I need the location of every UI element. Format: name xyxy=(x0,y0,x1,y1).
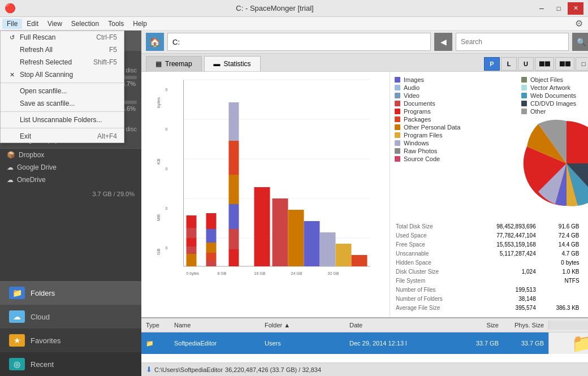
svg-rect-27 xyxy=(229,175,239,204)
view-btn-grid2[interactable]: ▦▦ xyxy=(555,57,574,71)
dropdown-full-rescan[interactable]: ↺Full Rescan Ctrl-F5 xyxy=(1,31,124,44)
col-date[interactable]: Date xyxy=(345,321,458,330)
menu-help[interactable]: Help xyxy=(128,19,152,29)
menu-edit[interactable]: Edit xyxy=(22,19,43,29)
svg-rect-33 xyxy=(304,221,320,266)
legend-pie-container: Images Audio Video Documents Programs Pa… xyxy=(395,76,588,218)
col-name[interactable]: Name xyxy=(170,321,260,330)
dropbox-icon: 📦 xyxy=(7,151,15,159)
content-area: bytes KB MB GB xyxy=(141,72,588,376)
rescan-icon: ↺ xyxy=(7,34,16,41)
svg-rect-18 xyxy=(187,215,197,228)
file-preview: 📁 xyxy=(548,332,588,354)
dropdown-refresh-selected[interactable]: Refresh Selected Shift-F5 xyxy=(1,56,124,68)
view-btn-u[interactable]: U xyxy=(518,57,534,71)
nav-favorites[interactable]: ★ Favorites xyxy=(0,329,141,352)
view-btn-grid1[interactable]: ▦▦ xyxy=(535,57,554,71)
svg-text:0 bytes: 0 bytes xyxy=(187,271,200,276)
svg-rect-15 xyxy=(187,247,197,254)
drive-dropbox[interactable]: 📦 Dropbox xyxy=(0,149,141,161)
svg-text:0: 0 xyxy=(166,167,168,171)
menu-selection[interactable]: Selection xyxy=(67,19,103,29)
col-folder[interactable]: Folder ▲ xyxy=(260,321,345,330)
menu-view[interactable]: View xyxy=(43,19,67,29)
svg-text:24 GB: 24 GB xyxy=(291,271,302,275)
tab-bar: ▦ Treemap ▬ Statistics P L U ▦▦ ▦▦ □ ▦▦ xyxy=(141,54,588,72)
dropdown-stop-all[interactable]: ✕Stop All Scanning xyxy=(1,68,124,81)
legend-cddvd: CD/DVD Images xyxy=(521,100,588,107)
status-arrow-icon: ⬇ xyxy=(146,365,152,374)
svg-text:16 GB: 16 GB xyxy=(254,271,266,275)
view-buttons: P L U ▦▦ ▦▦ □ ▦▦ xyxy=(484,57,588,71)
col-phys-size[interactable]: Phys. Size xyxy=(503,321,548,330)
cloud-icon: ☁ xyxy=(9,310,25,323)
restore-button[interactable]: □ xyxy=(551,2,567,15)
file-dropdown-menu: ↺Full Rescan Ctrl-F5 Refresh All F5 Refr… xyxy=(0,31,124,143)
file-row-container: 📁 SoftpediaEditor Users Dec 29, 2014 12:… xyxy=(141,332,588,354)
svg-rect-21 xyxy=(206,243,217,253)
menu-file[interactable]: File xyxy=(2,19,22,29)
drive-googledrive[interactable]: ☁ Google Drive xyxy=(0,161,141,174)
view-btn-p[interactable]: P xyxy=(484,57,500,71)
nav-recent[interactable]: ◎ Recent xyxy=(0,352,141,376)
dropdown-refresh-all[interactable]: Refresh All F5 xyxy=(1,44,124,56)
separator-1 xyxy=(1,83,124,83)
googledrive-icon: ☁ xyxy=(7,163,14,171)
stop-icon: ✕ xyxy=(7,71,16,79)
settings-gear-icon[interactable]: ⚙ xyxy=(572,17,586,31)
svg-text:0: 0 xyxy=(166,246,168,250)
menu-tools[interactable]: Tools xyxy=(103,19,128,29)
col-type[interactable]: Type xyxy=(141,321,170,330)
home-button[interactable]: 🏠 xyxy=(146,33,164,51)
treemap-tab-icon: ▦ xyxy=(155,60,162,68)
dropdown-save-scanfile[interactable]: Save as scanfile... xyxy=(1,97,124,110)
file-list: Type Name Folder ▲ Date Size Phys. Size … xyxy=(141,317,588,362)
dropdown-open-scanfile[interactable]: Open scanfile... xyxy=(1,85,124,97)
legend-vector: Vector Artwork xyxy=(521,84,588,91)
dropdown-exit[interactable]: Exit Alt+F4 xyxy=(1,130,124,142)
close-button[interactable]: ✕ xyxy=(568,2,583,15)
legend-object-files: Object Files xyxy=(521,76,588,83)
title-bar: 🔴 C: - SpaceMonger [trial] ─ □ ✕ xyxy=(0,0,588,17)
status-bar: ⬇ C:\Users\SoftpediaEditor 36,220,487,42… xyxy=(141,362,588,376)
tab-statistics[interactable]: ▬ Statistics xyxy=(204,56,261,71)
svg-text:0: 0 xyxy=(166,206,168,210)
legend-images: Images xyxy=(395,76,517,83)
svg-rect-36 xyxy=(352,255,368,266)
col-size[interactable]: Size xyxy=(458,321,503,330)
svg-text:0: 0 xyxy=(166,127,168,131)
sidebar-stats: 3.7 GB / 29.0% xyxy=(0,186,141,202)
file-row-0[interactable]: 📁 SoftpediaEditor Users Dec 29, 2014 12:… xyxy=(141,332,548,354)
svg-rect-25 xyxy=(229,229,239,249)
separator-2 xyxy=(1,111,124,112)
nav-back-button[interactable]: ◀ xyxy=(434,33,452,51)
dropdown-list-unscannable[interactable]: List Unscannable Folders... xyxy=(1,114,124,126)
status-stats: 36,220,487,426 (33.7 GB) / 32,834 xyxy=(225,366,321,373)
drive-onedrive[interactable]: ☁ OneDrive xyxy=(0,174,141,186)
nav-folders[interactable]: 📁 Folders xyxy=(0,281,141,305)
view-btn-box[interactable]: □ xyxy=(576,57,588,71)
stats-row: bytes KB MB GB xyxy=(141,72,588,317)
legend-documents: Documents xyxy=(395,100,517,107)
tab-treemap[interactable]: ▦ Treemap xyxy=(146,56,202,71)
svg-rect-30 xyxy=(254,187,270,266)
favorites-icon: ★ xyxy=(9,334,25,347)
legend-other: Other xyxy=(521,108,588,115)
view-btn-l[interactable]: L xyxy=(501,57,517,71)
svg-text:KB: KB xyxy=(156,158,161,165)
svg-rect-24 xyxy=(229,249,239,266)
svg-rect-12 xyxy=(187,263,197,266)
legend-other-personal: Other Personal Data xyxy=(395,124,517,131)
path-box: C: xyxy=(167,33,431,51)
search-input[interactable] xyxy=(456,33,569,51)
menu-bar: File Edit View Selection Tools Help ⚙ ↺F… xyxy=(0,17,588,31)
minimize-button[interactable]: ─ xyxy=(534,2,550,15)
bar-chart-svg: bytes KB MB GB xyxy=(144,74,387,278)
cell-name: SoftpediaEditor xyxy=(170,339,260,348)
svg-rect-29 xyxy=(229,102,239,141)
stats-tab-icon: ▬ xyxy=(214,60,220,68)
nav-cloud[interactable]: ☁ Cloud xyxy=(0,305,141,329)
onedrive-icon: ☁ xyxy=(7,176,14,184)
window-title: C: - SpaceMonger [trial] xyxy=(16,4,534,12)
search-button[interactable]: 🔍 xyxy=(572,33,588,51)
